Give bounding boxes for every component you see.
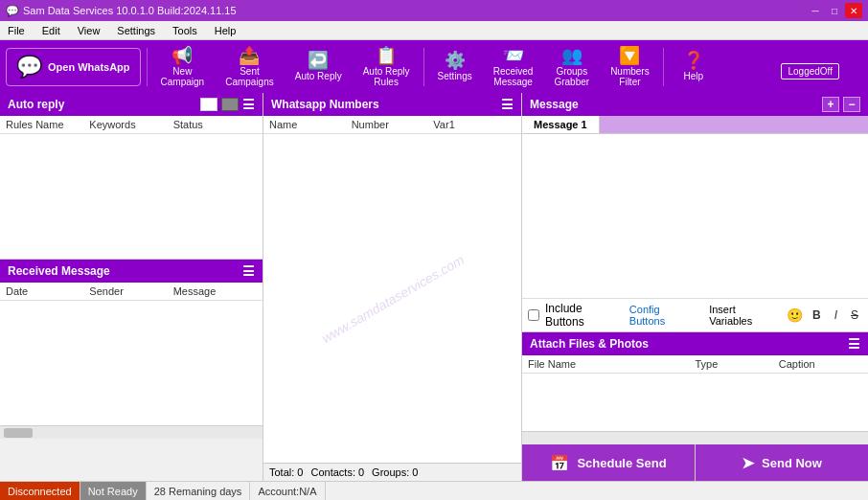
sent-campaigns-button[interactable]: 📤 SentCampaigns bbox=[217, 43, 282, 91]
footer-groups: Groups: 0 bbox=[372, 466, 418, 478]
send-now-button[interactable]: ➤ Send Now bbox=[696, 444, 868, 481]
new-campaign-label: NewCampaign bbox=[161, 66, 205, 87]
status-bar: Disconnected Not Ready 28 Remaning days … bbox=[0, 481, 868, 500]
auto-reply-title: Auto reply bbox=[8, 98, 64, 111]
schedule-icon: 📅 bbox=[550, 454, 569, 472]
col-sender: Sender bbox=[89, 285, 172, 297]
sent-icon: 📤 bbox=[239, 47, 260, 64]
message-editor[interactable] bbox=[522, 134, 868, 298]
emoji-button[interactable]: 🙂 bbox=[787, 307, 803, 323]
menu-settings[interactable]: Settings bbox=[113, 23, 159, 38]
auto-reply-table-header: Rules Name Keywords Status bbox=[0, 116, 263, 134]
menu-help[interactable]: Help bbox=[211, 23, 240, 38]
attach-menu-icon[interactable]: ☰ bbox=[848, 336, 860, 352]
settings-button[interactable]: ⚙️ Settings bbox=[430, 48, 480, 85]
main-content: Auto reply ☰ Rules Name Keywords Status … bbox=[0, 93, 868, 481]
insert-variables-label[interactable]: Insert Variables bbox=[709, 304, 781, 327]
col-number: Number bbox=[352, 119, 434, 130]
color-box-white[interactable] bbox=[200, 98, 217, 111]
auto-reply-rules-button[interactable]: 📋 Auto ReplyRules bbox=[355, 43, 418, 91]
editor-toolbar: Include Buttons Config Buttons Insert Va… bbox=[522, 298, 868, 331]
numbers-filter-button[interactable]: 🔽 NumbersFilter bbox=[603, 43, 657, 91]
col-caption: Caption bbox=[779, 358, 862, 370]
minimize-button[interactable]: ─ bbox=[807, 3, 824, 18]
attach-body[interactable] bbox=[522, 374, 868, 431]
left-panel: Auto reply ☰ Rules Name Keywords Status … bbox=[0, 93, 263, 481]
new-campaign-button[interactable]: 📢 NewCampaign bbox=[153, 43, 213, 91]
whatsapp-numbers-header: Whatsapp Numbers ☰ bbox=[263, 93, 521, 116]
color-box-gray[interactable] bbox=[221, 98, 239, 111]
status-account: Account:N/A bbox=[250, 482, 325, 500]
whatsapp-numbers-title: Whatsapp Numbers bbox=[271, 98, 379, 111]
received-message-label: ReceivedMessage bbox=[493, 66, 534, 87]
whatsapp-numbers-menu-icon[interactable]: ☰ bbox=[501, 97, 514, 112]
whatsapp-numbers-body[interactable]: www.samdataservices.com bbox=[263, 134, 521, 463]
received-body[interactable] bbox=[0, 301, 263, 425]
toolbar: 💬 Open WhatsApp 📢 NewCampaign 📤 SentCamp… bbox=[0, 40, 868, 93]
left-panel-hscroll[interactable] bbox=[0, 425, 263, 439]
close-button[interactable]: ✕ bbox=[845, 3, 862, 18]
auto-reply-header: Auto reply ☰ bbox=[0, 93, 263, 116]
schedule-send-button[interactable]: 📅 Schedule Send bbox=[522, 444, 696, 481]
tab-message-1[interactable]: Message 1 bbox=[522, 116, 600, 133]
campaign-icon: 📢 bbox=[171, 47, 193, 64]
auto-reply-menu-icon[interactable]: ☰ bbox=[242, 97, 255, 112]
status-not-ready: Not Ready bbox=[80, 482, 147, 500]
col-name: Name bbox=[269, 119, 352, 130]
menu-view[interactable]: View bbox=[74, 23, 104, 38]
auto-reply-label: Auto Reply bbox=[295, 71, 342, 81]
received-menu-icon[interactable]: ☰ bbox=[242, 263, 255, 279]
separator-3 bbox=[663, 48, 664, 86]
message-header: Message + − bbox=[522, 93, 868, 116]
attach-hscroll[interactable] bbox=[522, 431, 868, 444]
config-buttons-link[interactable]: Config Buttons bbox=[629, 304, 697, 327]
col-rules-name: Rules Name bbox=[6, 119, 89, 130]
include-buttons-checkbox[interactable] bbox=[528, 309, 539, 321]
italic-button[interactable]: I bbox=[831, 307, 841, 323]
auto-reply-body[interactable] bbox=[0, 134, 263, 259]
send-now-label: Send Now bbox=[762, 456, 822, 470]
help-icon: ❓ bbox=[683, 52, 704, 69]
received-icon: 📨 bbox=[503, 47, 524, 64]
watermark: www.samdataservices.com bbox=[318, 251, 466, 345]
sent-campaigns-label: SentCampaigns bbox=[225, 66, 274, 87]
groups-grabber-button[interactable]: 👥 GroupsGrabber bbox=[546, 43, 597, 91]
add-message-tab-button[interactable]: + bbox=[822, 97, 839, 112]
include-buttons-label: Include Buttons bbox=[545, 302, 624, 329]
bold-button[interactable]: B bbox=[809, 307, 825, 323]
col-var1: Var1 bbox=[433, 119, 515, 130]
message-textarea[interactable] bbox=[522, 134, 868, 298]
attach-panel: Attach Files & Photos ☰ File Name Type C… bbox=[522, 331, 868, 444]
schedule-send-label: Schedule Send bbox=[577, 456, 666, 470]
col-type: Type bbox=[696, 358, 779, 370]
app-title: Sam Data Services 10.0.1.0 Build:2024.11… bbox=[23, 5, 237, 16]
attach-header: Attach Files & Photos ☰ bbox=[522, 332, 868, 355]
auto-reply-button[interactable]: ↩️ Auto Reply bbox=[287, 48, 350, 85]
strikethrough-button[interactable]: S bbox=[847, 307, 862, 323]
menu-tools[interactable]: Tools bbox=[169, 23, 201, 38]
menu-file[interactable]: File bbox=[4, 23, 29, 38]
menu-edit[interactable]: Edit bbox=[38, 23, 64, 38]
whatsapp-icon: 💬 bbox=[16, 55, 42, 80]
send-icon: ➤ bbox=[742, 454, 754, 472]
remove-message-tab-button[interactable]: − bbox=[843, 97, 860, 112]
attach-title: Attach Files & Photos bbox=[530, 337, 649, 351]
received-message-title: Received Message bbox=[8, 264, 110, 278]
help-button[interactable]: ❓ Help bbox=[670, 48, 718, 85]
auto-reply-rules-label: Auto ReplyRules bbox=[363, 66, 410, 87]
received-table-header: Date Sender Message bbox=[0, 283, 263, 301]
received-message-button[interactable]: 📨 ReceivedMessage bbox=[486, 43, 541, 91]
separator-2 bbox=[423, 48, 424, 86]
col-filename: File Name bbox=[528, 358, 696, 370]
separator-1 bbox=[147, 48, 148, 86]
col-message: Message bbox=[173, 285, 257, 297]
message-tabs: Message 1 bbox=[522, 116, 868, 134]
auto-reply-rules-icon: 📋 bbox=[376, 47, 397, 64]
message-title: Message bbox=[530, 98, 579, 111]
menu-bar: File Edit View Settings Tools Help bbox=[0, 21, 868, 40]
restore-button[interactable]: □ bbox=[826, 3, 843, 18]
status-remaining-days: 28 Remaning days bbox=[147, 482, 251, 500]
open-whatsapp-button[interactable]: 💬 Open WhatsApp bbox=[6, 48, 141, 86]
right-panel: Message + − Message 1 Include Buttons Co… bbox=[522, 93, 868, 481]
status-disconnected: Disconnected bbox=[0, 482, 80, 500]
